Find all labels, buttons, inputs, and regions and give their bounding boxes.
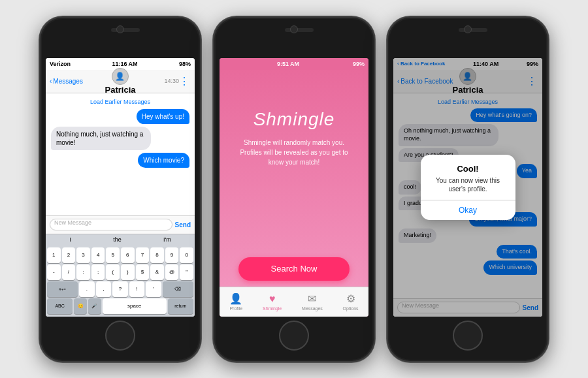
bubble-1-2: Nothing much, just watching a movie! (51, 127, 151, 150)
predict-3: I'm (163, 236, 171, 243)
phone-2: 9:51 AM 99% Shmingle Shmingle will rando… (213, 16, 375, 362)
shmingle-tagline: Shmingle will randomly match you. Profil… (220, 130, 368, 175)
message-input-bar-1: New Message Send (46, 215, 195, 234)
key-qmark[interactable]: ? (112, 281, 128, 297)
keyboard-1: 1 2 3 4 5 6 7 8 9 0 - / : (46, 245, 195, 317)
messages-icon: ✉ (308, 292, 316, 305)
key-sym[interactable]: #+= (47, 281, 78, 297)
key-6[interactable]: 6 (121, 247, 135, 263)
key-quote[interactable]: " (180, 264, 193, 280)
key-1[interactable]: 1 (47, 247, 61, 263)
key-slash[interactable]: / (62, 264, 76, 280)
key-return[interactable]: return (168, 298, 193, 314)
predictive-bar-1: I the I'm (46, 234, 195, 245)
messages-area-1: Load Earlier Messages Hey what's up! Not… (46, 93, 195, 215)
key-space[interactable]: space (103, 298, 167, 314)
shmingle-app: 9:51 AM 99% Shmingle Shmingle will rando… (220, 58, 368, 317)
key-apos[interactable]: ' (146, 281, 161, 297)
tab-messages[interactable]: ✉ Messages (302, 292, 323, 311)
avatar-1: 👤 (112, 68, 129, 85)
load-earlier-1[interactable]: Load Earlier Messages (51, 99, 189, 105)
search-now-button[interactable]: Search Now (238, 257, 350, 281)
nav-title-1: Patricia (105, 85, 136, 95)
key-cparen[interactable]: ) (121, 264, 135, 280)
key-4[interactable]: 4 (91, 247, 105, 263)
send-button-1[interactable]: Send (175, 221, 191, 228)
key-emoji[interactable]: 😊 (74, 298, 87, 314)
time-1: 11:16 AM (112, 61, 137, 67)
modal-box: Cool! You can now view this user's profi… (421, 155, 515, 220)
key-dot[interactable]: . (79, 281, 95, 297)
modal-title: Cool! (429, 164, 508, 174)
key-abc[interactable]: ABC (47, 298, 73, 314)
screen-3: ‹ Back to Facebook 11:40 AM 99% ‹Back to… (393, 58, 542, 317)
tab-options[interactable]: ⚙ Options (343, 292, 359, 311)
tab-profile[interactable]: 👤 Profile (229, 292, 242, 311)
modal-okay-button[interactable]: Okay (429, 200, 508, 220)
status-bar-2: 9:51 AM 99% (220, 58, 368, 70)
key-oparen[interactable]: ( (106, 264, 120, 280)
key-colon[interactable]: : (76, 264, 90, 280)
time-2: 9:51 AM (277, 61, 299, 67)
back-button-1[interactable]: ‹Messages (50, 78, 83, 85)
key-amp[interactable]: & (150, 264, 164, 280)
message-input-1[interactable]: New Message (50, 219, 172, 230)
key-comma[interactable]: , (96, 281, 112, 297)
shmingle-logo: Shmingle (253, 109, 335, 130)
bubble-1-1: Hey what's up! (137, 109, 189, 124)
key-dash[interactable]: - (47, 264, 61, 280)
battery-2: 99% (353, 61, 365, 67)
nav-time-1: 14:30 (164, 78, 179, 84)
heart-icon: ♥ (269, 293, 276, 305)
key-at[interactable]: @ (165, 264, 179, 280)
predict-1: I (69, 236, 71, 243)
battery-1: 98% (179, 61, 191, 67)
key-backspace[interactable]: ⌫ (163, 281, 193, 297)
nav-bar-1: ‹Messages 👤 Patricia 14:30 ⋮ (46, 70, 195, 93)
screen-2: 9:51 AM 99% Shmingle Shmingle will rando… (220, 58, 368, 317)
key-8[interactable]: 8 (150, 247, 164, 263)
bubble-1-3: Which movie? (138, 153, 189, 168)
key-dollar[interactable]: $ (136, 264, 150, 280)
key-0[interactable]: 0 (180, 247, 193, 263)
phone-3: ‹ Back to Facebook 11:40 AM 99% ‹Back to… (387, 16, 549, 362)
profile-icon: 👤 (229, 292, 242, 305)
key-semi[interactable]: ; (91, 264, 105, 280)
key-5[interactable]: 5 (106, 247, 120, 263)
key-mic[interactable]: 🎤 (88, 298, 101, 314)
more-button-1[interactable]: ⋮ (179, 75, 189, 87)
key-7[interactable]: 7 (136, 247, 150, 263)
phone-1: Verizon 11:16 AM 98% ‹Messages 👤 Patrici… (39, 16, 201, 362)
carrier-1: Verizon (50, 61, 71, 67)
key-9[interactable]: 9 (165, 247, 179, 263)
modal-overlay: Cool! You can now view this user's profi… (393, 58, 542, 317)
key-excl[interactable]: ! (129, 281, 145, 297)
tab-shmingle[interactable]: ♥ Shmingle (263, 293, 282, 311)
modal-body: You can now view this user's profile. (429, 176, 508, 193)
predict-2: the (113, 236, 122, 243)
screen-1: Verizon 11:16 AM 98% ‹Messages 👤 Patrici… (46, 58, 195, 317)
options-icon: ⚙ (346, 292, 355, 305)
key-2[interactable]: 2 (62, 247, 76, 263)
tab-bar-2: 👤 Profile ♥ Shmingle ✉ Messages ⚙ Option… (220, 287, 368, 317)
key-3[interactable]: 3 (76, 247, 90, 263)
